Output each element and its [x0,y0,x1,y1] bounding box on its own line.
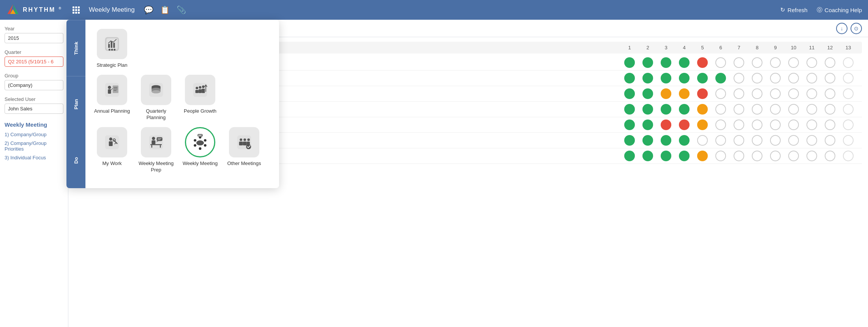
refresh-button[interactable]: ↻ Refresh [780,6,808,13]
dot[interactable] [770,119,781,130]
menu-item-weeklyprep[interactable]: Weekly Meeting Prep [137,127,175,173]
dot[interactable] [734,88,744,99]
dot[interactable] [752,135,762,146]
dot[interactable] [624,57,635,68]
menu-item-strategic[interactable]: Strategic Plan [93,29,131,69]
filter-down-button[interactable]: ↓ [836,23,847,34]
menu-item-quarterly[interactable]: Quarterly Planning [137,75,175,121]
dot[interactable] [825,57,835,68]
dot[interactable] [825,119,835,130]
dot[interactable] [661,151,671,161]
dot[interactable] [715,57,726,68]
menu-item-othermeetings[interactable]: Other Meetings [225,127,263,167]
dot[interactable] [806,73,817,83]
dot[interactable] [679,135,690,146]
dot[interactable] [843,88,854,99]
dot[interactable] [679,104,690,115]
dot[interactable] [697,88,708,99]
dot[interactable] [642,104,653,115]
dot[interactable] [624,151,635,161]
dot[interactable] [825,104,835,115]
dot[interactable] [788,151,799,161]
dot[interactable] [734,135,744,146]
dot[interactable] [788,88,799,99]
dot[interactable] [661,88,671,99]
dot[interactable] [642,73,653,83]
dot[interactable] [843,135,854,146]
dot[interactable] [697,73,708,83]
dot[interactable] [825,73,835,83]
sidebar-link-1[interactable]: 1) Company/Group [5,132,63,137]
dot[interactable] [734,104,744,115]
dot[interactable] [806,135,817,146]
dot[interactable] [825,88,835,99]
dot[interactable] [715,73,726,83]
dot[interactable] [624,104,635,115]
dot[interactable] [770,104,781,115]
dot[interactable] [697,119,708,130]
dot[interactable] [679,119,690,130]
dot[interactable] [752,119,762,130]
dot[interactable] [624,135,635,146]
dot[interactable] [642,151,653,161]
dot[interactable] [679,57,690,68]
dot[interactable] [825,151,835,161]
group-input[interactable] [5,80,63,90]
dot[interactable] [788,119,799,130]
dot[interactable] [624,73,635,83]
menu-item-annual[interactable]: Annual Planning [93,75,131,115]
dot[interactable] [661,135,671,146]
dot[interactable] [806,88,817,99]
dot[interactable] [697,151,708,161]
section-do[interactable]: Do [66,132,85,188]
dot[interactable] [642,119,653,130]
dot[interactable] [715,119,726,130]
dot[interactable] [788,73,799,83]
dot[interactable] [642,88,653,99]
dot[interactable] [752,104,762,115]
sidebar-link-3[interactable]: 3) Individual Focus [5,155,63,160]
menu-item-people[interactable]: People Growth [181,75,219,115]
section-think[interactable]: Think [66,20,85,76]
dot[interactable] [661,57,671,68]
dot[interactable] [715,88,726,99]
dot[interactable] [752,73,762,83]
dot[interactable] [806,104,817,115]
dot[interactable] [843,104,854,115]
dot[interactable] [734,151,744,161]
dot[interactable] [734,57,744,68]
filter-button[interactable]: ⊙ [851,23,862,34]
clipboard-icon[interactable]: 📋 [160,5,170,14]
dot[interactable] [642,57,653,68]
quarter-input[interactable] [5,57,63,67]
dot[interactable] [843,57,854,68]
section-plan[interactable]: Plan [66,76,85,132]
dot[interactable] [788,57,799,68]
chat-icon[interactable]: 💬 [144,5,153,14]
dot[interactable] [770,57,781,68]
dot[interactable] [661,104,671,115]
menu-item-mywork[interactable]: My Work [93,127,131,167]
dot[interactable] [806,57,817,68]
dot[interactable] [661,73,671,83]
year-input[interactable] [5,33,63,43]
dot[interactable] [697,135,708,146]
dot[interactable] [843,151,854,161]
dot[interactable] [788,104,799,115]
dot[interactable] [806,151,817,161]
dot[interactable] [679,73,690,83]
dot[interactable] [752,88,762,99]
dot[interactable] [806,119,817,130]
coaching-help-button[interactable]: ⓪ Coaching Help [817,6,862,14]
dot[interactable] [624,88,635,99]
dot[interactable] [843,73,854,83]
user-input[interactable] [5,104,63,114]
dot[interactable] [788,135,799,146]
dot[interactable] [624,119,635,130]
dot[interactable] [770,88,781,99]
dot[interactable] [770,73,781,83]
attachment-icon[interactable]: 📎 [177,5,186,14]
dot[interactable] [843,119,854,130]
sidebar-link-2[interactable]: 2) Company/Group Priorities [5,140,63,152]
dot[interactable] [679,151,690,161]
